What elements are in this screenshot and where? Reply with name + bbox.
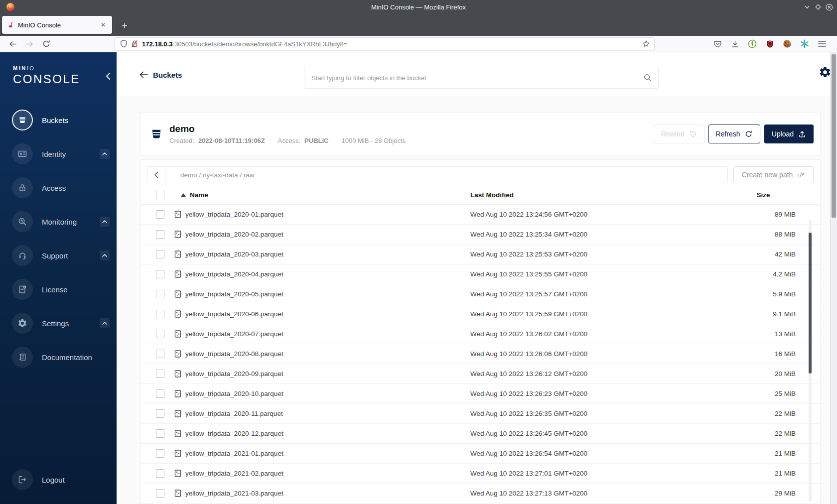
column-header-last-modified[interactable]: Last Modified xyxy=(470,191,731,199)
back-to-buckets-link[interactable]: Buckets xyxy=(140,52,182,97)
download-icon[interactable] xyxy=(726,37,743,51)
object-file-icon xyxy=(174,230,182,239)
tracking-shield-icon[interactable] xyxy=(120,40,128,48)
spark-asterisk-icon[interactable] xyxy=(796,37,813,51)
table-row[interactable]: yellow_tripdata_2020-03.parquet Wed Aug … xyxy=(141,245,820,264)
window-maximize-icon[interactable] xyxy=(813,2,823,12)
rewind-button[interactable]: Rewind xyxy=(654,125,704,143)
table-row[interactable]: yellow_tripdata_2020-05.parquet Wed Aug … xyxy=(141,284,820,304)
table-row[interactable]: yellow_tripdata_2020-04.parquet Wed Aug … xyxy=(141,264,820,284)
url-text: 172.18.0.3:30503/buckets/demo/browse/bnk… xyxy=(142,40,642,48)
back-icon[interactable] xyxy=(4,37,21,51)
row-checkbox[interactable] xyxy=(156,429,164,438)
column-header-name[interactable]: Name xyxy=(174,191,470,199)
pocket-icon[interactable] xyxy=(709,37,726,51)
sidebar-item-buckets[interactable]: Buckets xyxy=(0,103,117,137)
object-name: yellow_tripdata_2020-02.parquet xyxy=(185,231,283,238)
object-size: 5.9 MiB xyxy=(731,290,814,298)
sidebar-collapse-icon[interactable] xyxy=(106,72,111,80)
chevron-up-icon[interactable] xyxy=(100,217,110,227)
bookmark-star-icon[interactable] xyxy=(642,40,650,48)
upload-button[interactable]: Upload xyxy=(764,125,814,143)
url-bar[interactable]: 172.18.0.3:30503/buckets/demo/browse/bnk… xyxy=(115,37,655,50)
search-icon[interactable] xyxy=(643,73,652,82)
sidebar-item-settings[interactable]: Settings xyxy=(0,306,117,340)
table-row[interactable]: yellow_tripdata_2020-07.parquet Wed Aug … xyxy=(141,324,820,344)
table-row[interactable]: yellow_tripdata_2020-02.parquet Wed Aug … xyxy=(141,225,820,245)
active-tab[interactable]: MinIO Console ✕ xyxy=(2,16,112,34)
table-row[interactable]: yellow_tripdata_2020-09.parquet Wed Aug … xyxy=(141,364,820,384)
license-doc-icon xyxy=(12,279,33,300)
table-row[interactable]: yellow_tripdata_2021-03.parquet Wed Aug … xyxy=(141,484,820,504)
chevron-up-icon[interactable] xyxy=(100,318,110,328)
object-name: yellow_tripdata_2020-04.parquet xyxy=(185,270,283,278)
row-checkbox[interactable] xyxy=(156,330,164,338)
object-file-icon xyxy=(174,210,182,219)
table-row[interactable]: yellow_tripdata_2020-01.parquet Wed Aug … xyxy=(141,205,820,225)
upload-button-label: Upload xyxy=(772,130,794,138)
row-checkbox[interactable] xyxy=(156,310,164,318)
tab-title: MinIO Console xyxy=(18,21,98,29)
window-minimize-icon[interactable] xyxy=(802,2,812,12)
table-scrollbar-thumb[interactable] xyxy=(809,233,812,374)
chevron-up-icon[interactable] xyxy=(100,251,110,260)
sidebar-item-license[interactable]: License xyxy=(0,272,117,306)
object-last-modified: Wed Aug 10 2022 13:26:45 GMT+0200 xyxy=(470,430,731,437)
page-scrollbar-thumb[interactable] xyxy=(832,54,836,218)
breadcrumb[interactable]: demo / ny-taxi-data / raw xyxy=(165,167,255,183)
object-last-modified: Wed Aug 10 2022 13:26:23 GMT+0200 xyxy=(470,390,731,397)
sidebar-item-label: Identity xyxy=(42,150,66,158)
row-checkbox[interactable] xyxy=(156,409,164,418)
table-row[interactable]: yellow_tripdata_2021-01.parquet Wed Aug … xyxy=(141,444,820,464)
row-checkbox[interactable] xyxy=(156,290,164,298)
sidebar-item-access[interactable]: Access xyxy=(0,171,117,205)
new-tab-button[interactable]: + xyxy=(117,18,132,33)
forward-icon[interactable] xyxy=(21,37,38,51)
bucket-summary-card: demo Created: 2022-08-10T11:19:06Z Acces… xyxy=(140,113,821,155)
row-checkbox[interactable] xyxy=(156,350,164,358)
table-row[interactable]: yellow_tripdata_2020-12.parquet Wed Aug … xyxy=(141,424,820,444)
row-checkbox[interactable] xyxy=(156,370,164,378)
row-checkbox[interactable] xyxy=(156,230,164,239)
ublock-origin-icon[interactable] xyxy=(761,37,778,51)
row-checkbox[interactable] xyxy=(156,449,164,458)
hamburger-menu-icon[interactable] xyxy=(814,37,831,51)
table-row[interactable]: yellow_tripdata_2020-10.parquet Wed Aug … xyxy=(141,384,820,404)
lock-icon xyxy=(12,177,33,198)
column-header-size[interactable]: Size xyxy=(731,191,814,199)
row-checkbox[interactable] xyxy=(156,389,164,398)
sidebar: MINIO CONSOLE Buckets Identity xyxy=(0,52,117,504)
table-row[interactable]: yellow_tripdata_2021-02.parquet Wed Aug … xyxy=(141,464,820,484)
privacy-badger-icon[interactable] xyxy=(744,37,761,51)
page-scrollbar[interactable] xyxy=(830,52,837,504)
row-checkbox[interactable] xyxy=(156,469,164,478)
select-all-checkbox[interactable] xyxy=(156,191,164,199)
create-new-path-button[interactable]: Create new path xyxy=(733,166,814,183)
chevron-up-icon[interactable] xyxy=(100,149,110,159)
sidebar-item-support[interactable]: Support xyxy=(0,239,117,272)
sidebar-item-monitoring[interactable]: Monitoring xyxy=(0,205,117,239)
sidebar-item-identity[interactable]: Identity xyxy=(0,137,117,171)
table-row[interactable]: yellow_tripdata_2020-08.parquet Wed Aug … xyxy=(141,344,820,364)
table-row[interactable]: yellow_tripdata_2020-11.parquet Wed Aug … xyxy=(141,404,820,424)
refresh-button[interactable]: Refresh xyxy=(708,125,760,143)
object-file-icon xyxy=(174,290,182,298)
row-checkbox[interactable] xyxy=(156,270,164,278)
row-checkbox[interactable] xyxy=(156,210,164,219)
row-checkbox[interactable] xyxy=(156,489,164,498)
firefox-window: MinIO Console — Mozilla Firefox Min xyxy=(0,0,837,504)
row-checkbox[interactable] xyxy=(156,250,164,258)
object-filter-input[interactable] xyxy=(304,74,643,82)
sidebar-item-documentation[interactable]: Documentation xyxy=(0,340,117,374)
reload-icon[interactable] xyxy=(38,37,55,51)
cookie-icon[interactable] xyxy=(779,37,796,51)
insecure-lock-icon[interactable] xyxy=(131,40,138,48)
table-row[interactable]: yellow_tripdata_2020-06.parquet Wed Aug … xyxy=(141,304,820,324)
tab-close-icon[interactable]: ✕ xyxy=(98,20,108,30)
object-file-icon xyxy=(174,429,182,438)
sidebar-item-label: Access xyxy=(42,184,66,192)
object-name: yellow_tripdata_2020-08.parquet xyxy=(185,350,283,358)
window-close-icon[interactable] xyxy=(824,2,834,12)
path-back-icon[interactable] xyxy=(147,167,165,183)
sidebar-item-logout[interactable]: Logout xyxy=(0,463,117,497)
